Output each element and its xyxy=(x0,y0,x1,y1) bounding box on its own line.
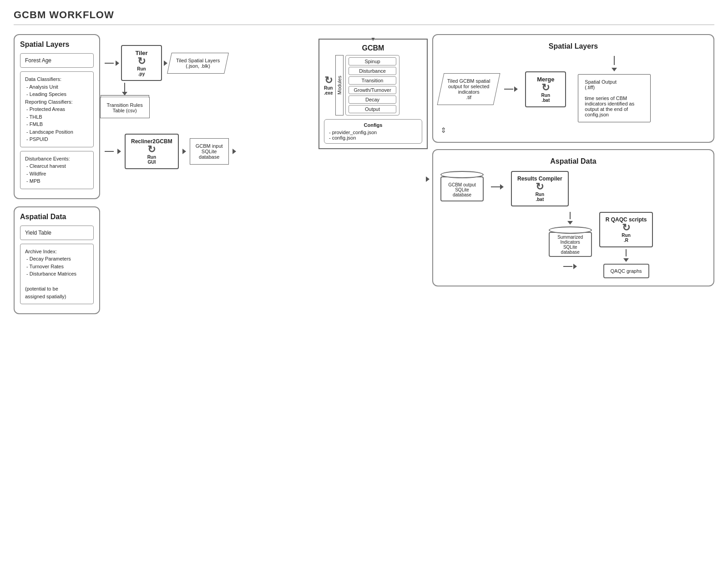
merge-arrows-icon: ↻ xyxy=(541,83,550,93)
merge-box: Merge ↻ Run .bat xyxy=(525,71,566,107)
left-spatial-title: Spatial Layers xyxy=(20,40,94,49)
gcbm-run-label: Run .exe xyxy=(324,85,333,95)
gcbm-db-inner: GCBM output SQLite database xyxy=(440,176,484,201)
summarized-db-inner: Summarized Indicators SQLite database xyxy=(549,232,592,257)
results-compiler-box: Results Compiler ↻ Run .bat xyxy=(511,171,569,206)
rqaqc-down-arrow xyxy=(623,258,629,262)
module-spinup: Spinup xyxy=(349,57,396,65)
tiler-down-arrow xyxy=(122,83,127,95)
results-arrows-icon: ↻ xyxy=(536,182,544,192)
merge-run-label: Run .bat xyxy=(541,93,550,103)
recliner-box: Recliner2GCBM ↻ Run GUI xyxy=(125,134,179,169)
right-aspatial-flow: GCBM output SQLite database xyxy=(440,171,706,278)
right-spatial-title: Spatial Layers xyxy=(440,42,706,50)
gcbm-inner: ↻ Run .exe Modules Spinup Disturbance Tr… xyxy=(324,55,422,115)
yield-table-box: Yield Table xyxy=(20,226,94,240)
right-panel: Spatial Layers Tiled GCBM spatial output… xyxy=(432,34,714,286)
rqaqc-down-line xyxy=(626,249,627,256)
right-aspatial-title: Aspatial Data xyxy=(440,157,706,166)
spatial-output-col: Spatial Output (.tiff) time series of CB… xyxy=(578,56,651,122)
tiler-box: Tiler ↻ Run .py xyxy=(121,45,162,81)
rqaqc-arrows-icon: ↻ xyxy=(622,223,630,233)
config-item-1: - provider_config.json xyxy=(329,130,417,135)
recliner-flow: Recliner2GCBM ↻ Run GUI GCBM input SQLit… xyxy=(105,134,314,169)
recliner-run-label: Run GUI xyxy=(147,155,156,165)
archive-text: Archive Index: - Decay Parameters - Turn… xyxy=(25,248,89,301)
tiled-gcbm-text: Tiled GCBM spatial output for selected i… xyxy=(447,78,490,100)
module-disturbance: Disturbance xyxy=(349,67,396,75)
aspatial-arrow1 xyxy=(491,171,504,203)
results-run: ↻ Run .bat xyxy=(517,182,562,202)
left-spatial-section: Spatial Layers Forest Age Data Classifie… xyxy=(14,34,100,199)
gcbm-title: GCBM xyxy=(324,44,422,52)
spatial-arrow-right xyxy=(504,86,518,92)
gcbm-run-col: ↻ Run .exe xyxy=(324,55,333,115)
left-aspatial-section: Aspatial Data Yield Table Archive Index:… xyxy=(14,206,100,315)
spatial-output-label: Spatial Output (.tiff) time series of CB… xyxy=(585,79,644,117)
rqaqc-run: ↻ Run .R xyxy=(606,223,647,243)
left-aspatial-title: Aspatial Data xyxy=(20,213,94,221)
cylinder-top xyxy=(440,171,484,178)
recliner-arrows-icon: ↻ xyxy=(147,145,156,155)
gcbm-modules-area: Modules Spinup Disturbance Transition Gr… xyxy=(335,55,399,115)
tiler-column: Tiler ↻ Run .py Tiled Spatial Layers (.j… xyxy=(105,39,227,118)
modules-list: Spinup Disturbance Transition Growth/Tur… xyxy=(345,55,399,115)
configs-box: Configs - provider_config.json - config.… xyxy=(324,119,422,144)
summarized-cylinder-top xyxy=(549,226,592,234)
tiler-run: ↻ Run .py xyxy=(127,56,156,76)
tiled-layers-label: Tiled Spatial Layers (.json, .blk) xyxy=(176,58,220,69)
tiler-run-label: Run .py xyxy=(137,66,146,76)
modules-side-label: Modules xyxy=(335,55,344,115)
tiled-gcbm-label: Tiled GCBM spatial output for selected i… xyxy=(447,78,490,100)
merge-run: ↻ Run .bat xyxy=(531,83,560,103)
right-spatial-flow: Tiled GCBM spatial output for selected i… xyxy=(440,56,706,122)
disturbance-box: Disturbance Events: - Clearcut harvest -… xyxy=(20,151,94,189)
gcbm-arrows-icon: ↻ xyxy=(324,75,333,85)
summarized-db: Summarized Indicators SQLite database xyxy=(549,226,592,258)
center-panel: Tiler ↻ Run .py Tiled Spatial Layers (.j… xyxy=(105,34,314,169)
rqaqc-run-label: Run .R xyxy=(622,233,630,243)
archive-box: Archive Index: - Decay Parameters - Turn… xyxy=(20,244,94,305)
rqaqc-col: R QAQC scripts ↻ Run .R QAQC graphs xyxy=(599,212,653,278)
tiled-layers-text: Tiled Spatial Layers (.json, .blk) xyxy=(176,58,220,69)
rqaqc-box: R QAQC scripts ↻ Run .R xyxy=(599,212,653,247)
module-transition: Transition xyxy=(349,76,396,85)
summarized-db-col: Summarized Indicators SQLite database xyxy=(549,212,592,269)
double-arrow-icon: ⇕ xyxy=(440,126,446,135)
qaqc-graphs-label: QAQC graphs xyxy=(611,268,642,274)
tiler-arrows-icon: ↻ xyxy=(137,56,146,66)
transition-rules-box: Transition Rules Table (csv) xyxy=(100,97,150,118)
down-arrow1 xyxy=(567,221,573,225)
summarized-db-label: Summarized Indicators SQLite database xyxy=(557,235,583,255)
tiled-spatial-layers: Tiled Spatial Layers (.json, .blk) xyxy=(167,53,229,74)
left-panel: Spatial Layers Forest Age Data Classifie… xyxy=(14,34,100,314)
sqlite-input-label: GCBM input SQLite database xyxy=(196,143,223,160)
gcbm-right-arrow xyxy=(426,176,428,182)
spatial-output-box: Spatial Output (.tiff) time series of CB… xyxy=(578,74,651,122)
disturbance-text: Disturbance Events: - Clearcut harvest -… xyxy=(25,155,89,185)
classifiers-box: Data Classifiers: - Analysis Unit - Lead… xyxy=(20,71,94,147)
gcbm-output-db: GCBM output SQLite database xyxy=(440,171,484,203)
page-container: GCBM WORKFLOW Spatial Layers Forest Age … xyxy=(0,0,728,323)
right-aspatial-section: Aspatial Data GCBM output SQLite databas… xyxy=(432,149,714,286)
forest-age-box: Forest Age xyxy=(20,53,94,68)
main-layout: Spatial Layers Forest Age Data Classifie… xyxy=(14,34,714,314)
qaqc-graphs-box: QAQC graphs xyxy=(603,264,649,278)
gcbm-outer-box: GCBM ▼ ↻ Run .exe Modules xyxy=(318,39,428,149)
transition-rules-label: Transition Rules Table (csv) xyxy=(107,102,143,113)
yield-table-label: Yield Table xyxy=(25,230,51,236)
gcbm-top-arrow-icon: ▼ xyxy=(370,36,376,42)
module-decay: Decay xyxy=(349,95,396,104)
page-title: GCBM WORKFLOW xyxy=(14,9,714,21)
classifiers-text: Data Classifiers: - Analysis Unit - Lead… xyxy=(25,75,89,143)
configs-title: Configs xyxy=(329,122,417,128)
gcbm-column: GCBM ▼ ↻ Run .exe Modules xyxy=(318,39,428,182)
module-output: Output xyxy=(349,105,396,113)
module-growth: Growth/Turnover xyxy=(349,86,396,94)
gcbm-run: ↻ Run .exe xyxy=(324,75,333,95)
gcbm-output-db-label: GCBM output SQLite database xyxy=(448,182,476,197)
double-arrow-connector: ⇕ xyxy=(440,126,706,135)
results-compiler-col: Results Compiler ↻ Run .bat xyxy=(511,171,569,206)
summarized-arrow-right xyxy=(563,264,577,269)
recliner-run: ↻ Run GUI xyxy=(131,145,172,165)
